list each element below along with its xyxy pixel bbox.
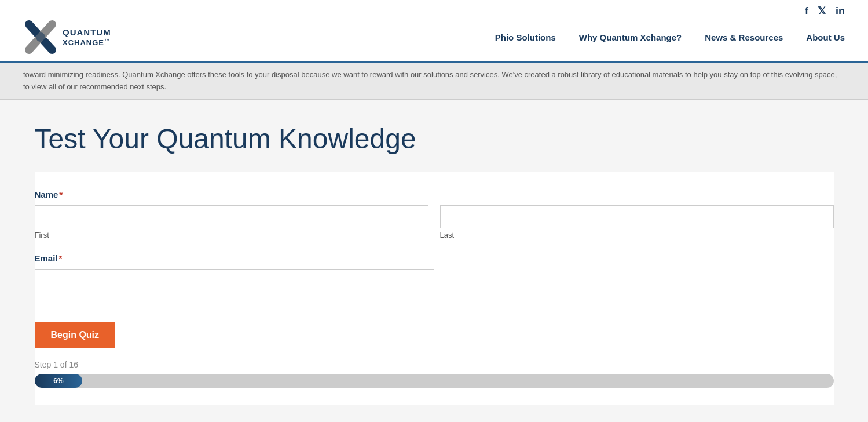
name-row: First Last bbox=[35, 205, 834, 239]
email-input-wrap bbox=[35, 269, 434, 292]
email-input[interactable] bbox=[35, 269, 434, 292]
bg-text-stripe: toward minimizing readiness. Quantum Xch… bbox=[0, 63, 868, 100]
first-name-input[interactable] bbox=[35, 205, 428, 228]
nav-about-us[interactable]: About Us bbox=[806, 32, 845, 42]
page-title: Test Your Quantum Knowledge bbox=[35, 123, 834, 155]
nav-why-quantum[interactable]: Why Quantum Xchange? bbox=[579, 32, 682, 42]
svg-point-2 bbox=[36, 32, 45, 42]
name-required-star: * bbox=[59, 190, 63, 199]
site-header: f 𝕏 in QUANTUM XCHANGE™ Phio Solutions W… bbox=[0, 0, 868, 63]
begin-quiz-button[interactable]: Begin Quiz bbox=[35, 322, 116, 348]
facebook-icon[interactable]: f bbox=[805, 5, 808, 17]
logo-text: QUANTUM XCHANGE™ bbox=[63, 27, 111, 48]
nav-phio-solutions[interactable]: Phio Solutions bbox=[495, 32, 556, 42]
header-top-bar: f 𝕏 in bbox=[0, 0, 868, 20]
linkedin-icon[interactable]: in bbox=[836, 5, 845, 17]
progress-bar-label: 6% bbox=[53, 377, 63, 385]
main-nav: Phio Solutions Why Quantum Xchange? News… bbox=[495, 32, 845, 42]
email-required-star: * bbox=[59, 253, 63, 263]
last-name-sublabel: Last bbox=[440, 231, 834, 239]
nav-news-resources[interactable]: News & Resources bbox=[705, 32, 783, 42]
progress-bar-container: 6% bbox=[35, 374, 834, 388]
name-label: Name* bbox=[35, 190, 834, 199]
email-label: Email* bbox=[35, 253, 834, 263]
quiz-form: Name* First Last Email* bbox=[35, 172, 834, 405]
step-label: Step 1 of 16 bbox=[35, 360, 834, 369]
last-name-field: Last bbox=[440, 205, 834, 239]
progress-bar-fill: 6% bbox=[35, 374, 83, 388]
email-field-group: Email* bbox=[35, 253, 834, 292]
main-content: Test Your Quantum Knowledge Name* First … bbox=[12, 100, 857, 422]
first-name-sublabel: First bbox=[35, 231, 428, 239]
first-name-field: First bbox=[35, 205, 428, 239]
last-name-input[interactable] bbox=[440, 205, 834, 228]
header-main-row: QUANTUM XCHANGE™ Phio Solutions Why Quan… bbox=[0, 20, 868, 61]
name-field-group: Name* First Last bbox=[35, 190, 834, 239]
form-divider bbox=[35, 310, 834, 310]
twitter-icon[interactable]: 𝕏 bbox=[818, 5, 826, 17]
logo[interactable]: QUANTUM XCHANGE™ bbox=[23, 20, 111, 54]
